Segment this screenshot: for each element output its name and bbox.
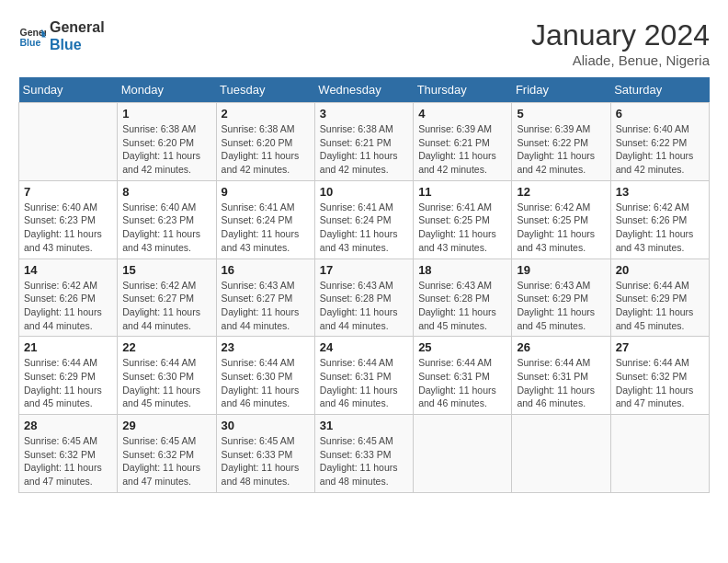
cell-info: Sunrise: 6:38 AMSunset: 6:21 PMDaylight:… [320, 122, 408, 177]
header-wednesday: Wednesday [314, 77, 413, 103]
day-number: 14 [24, 263, 112, 277]
week-row-2: 14Sunrise: 6:42 AMSunset: 6:26 PMDayligh… [19, 259, 710, 337]
calendar-cell: 16Sunrise: 6:43 AMSunset: 6:27 PMDayligh… [216, 259, 314, 337]
calendar-cell [610, 415, 709, 493]
calendar-cell: 10Sunrise: 6:41 AMSunset: 6:24 PMDayligh… [314, 180, 413, 259]
cell-info: Sunrise: 6:40 AMSunset: 6:23 PMDaylight:… [24, 201, 112, 255]
calendar-cell: 14Sunrise: 6:42 AMSunset: 6:26 PMDayligh… [19, 259, 118, 337]
cell-info: Sunrise: 6:38 AMSunset: 6:20 PMDaylight:… [122, 122, 210, 177]
logo-general: General [50, 18, 105, 36]
calendar-cell: 26Sunrise: 6:44 AMSunset: 6:31 PMDayligh… [512, 337, 610, 415]
cell-info: Sunrise: 6:41 AMSunset: 6:24 PMDaylight:… [222, 201, 310, 255]
svg-text:Blue: Blue [20, 37, 41, 48]
cell-info: Sunrise: 6:41 AMSunset: 6:24 PMDaylight:… [320, 201, 408, 255]
day-number: 22 [122, 340, 210, 354]
day-number: 27 [616, 340, 704, 354]
day-number: 13 [616, 185, 704, 199]
cell-info: Sunrise: 6:44 AMSunset: 6:31 PMDaylight:… [320, 356, 408, 410]
day-number: 10 [320, 185, 408, 199]
month-title: January 2024 [531, 18, 710, 52]
calendar-cell: 2Sunrise: 6:38 AMSunset: 6:20 PMDaylight… [216, 103, 314, 181]
calendar-cell: 31Sunrise: 6:45 AMSunset: 6:33 PMDayligh… [314, 415, 413, 493]
header-monday: Monday [118, 77, 216, 103]
calendar-cell [19, 103, 118, 181]
day-number: 9 [222, 185, 310, 199]
day-number: 16 [222, 263, 310, 277]
day-number: 11 [418, 185, 506, 199]
header-sunday: Sunday [19, 77, 118, 103]
week-row-1: 7Sunrise: 6:40 AMSunset: 6:23 PMDaylight… [19, 180, 710, 259]
day-number: 1 [122, 107, 210, 121]
day-number: 15 [122, 263, 210, 277]
cell-info: Sunrise: 6:39 AMSunset: 6:21 PMDaylight:… [418, 122, 506, 177]
day-number: 29 [122, 419, 210, 432]
day-number: 4 [418, 107, 506, 121]
calendar-cell: 15Sunrise: 6:42 AMSunset: 6:27 PMDayligh… [118, 259, 216, 337]
day-number: 12 [517, 185, 605, 199]
calendar-cell: 11Sunrise: 6:41 AMSunset: 6:25 PMDayligh… [414, 180, 512, 259]
day-number: 3 [320, 107, 408, 121]
cell-info: Sunrise: 6:44 AMSunset: 6:29 PMDaylight:… [24, 356, 112, 410]
cell-info: Sunrise: 6:42 AMSunset: 6:25 PMDaylight:… [517, 201, 605, 255]
day-number: 7 [24, 185, 112, 199]
cell-info: Sunrise: 6:44 AMSunset: 6:29 PMDaylight:… [616, 279, 704, 333]
calendar-cell: 17Sunrise: 6:43 AMSunset: 6:28 PMDayligh… [314, 259, 413, 337]
cell-info: Sunrise: 6:43 AMSunset: 6:27 PMDaylight:… [222, 279, 310, 333]
calendar-cell: 9Sunrise: 6:41 AMSunset: 6:24 PMDaylight… [216, 180, 314, 259]
day-number: 5 [517, 107, 605, 121]
cell-info: Sunrise: 6:38 AMSunset: 6:20 PMDaylight:… [222, 122, 310, 177]
calendar-cell: 22Sunrise: 6:44 AMSunset: 6:30 PMDayligh… [118, 337, 216, 415]
cell-info: Sunrise: 6:44 AMSunset: 6:30 PMDaylight:… [222, 356, 310, 410]
cell-info: Sunrise: 6:42 AMSunset: 6:27 PMDaylight:… [122, 279, 210, 333]
cell-info: Sunrise: 6:43 AMSunset: 6:28 PMDaylight:… [418, 279, 506, 333]
calendar-cell: 12Sunrise: 6:42 AMSunset: 6:25 PMDayligh… [512, 180, 610, 259]
calendar-cell: 29Sunrise: 6:45 AMSunset: 6:32 PMDayligh… [118, 415, 216, 493]
cell-info: Sunrise: 6:44 AMSunset: 6:30 PMDaylight:… [122, 356, 210, 410]
header-thursday: Thursday [414, 77, 512, 103]
day-number: 28 [24, 419, 112, 432]
week-row-0: 1Sunrise: 6:38 AMSunset: 6:20 PMDaylight… [19, 103, 710, 181]
calendar-cell [414, 415, 512, 493]
calendar-cell: 28Sunrise: 6:45 AMSunset: 6:32 PMDayligh… [19, 415, 118, 493]
calendar-cell: 8Sunrise: 6:40 AMSunset: 6:23 PMDaylight… [118, 180, 216, 259]
calendar-cell: 1Sunrise: 6:38 AMSunset: 6:20 PMDaylight… [118, 103, 216, 181]
calendar-cell: 18Sunrise: 6:43 AMSunset: 6:28 PMDayligh… [414, 259, 512, 337]
calendar-cell: 13Sunrise: 6:42 AMSunset: 6:26 PMDayligh… [610, 180, 709, 259]
day-number: 8 [122, 185, 210, 199]
cell-info: Sunrise: 6:45 AMSunset: 6:33 PMDaylight:… [320, 434, 408, 488]
week-row-4: 28Sunrise: 6:45 AMSunset: 6:32 PMDayligh… [19, 415, 710, 493]
cell-info: Sunrise: 6:41 AMSunset: 6:25 PMDaylight:… [418, 201, 506, 255]
cell-info: Sunrise: 6:44 AMSunset: 6:31 PMDaylight:… [418, 356, 506, 410]
cell-info: Sunrise: 6:42 AMSunset: 6:26 PMDaylight:… [616, 201, 704, 255]
day-number: 18 [418, 263, 506, 277]
header-saturday: Saturday [610, 77, 709, 103]
header-tuesday: Tuesday [216, 77, 314, 103]
day-number: 26 [517, 340, 605, 354]
cell-info: Sunrise: 6:43 AMSunset: 6:29 PMDaylight:… [517, 279, 605, 333]
cell-info: Sunrise: 6:43 AMSunset: 6:28 PMDaylight:… [320, 279, 408, 333]
calendar-cell: 25Sunrise: 6:44 AMSunset: 6:31 PMDayligh… [414, 337, 512, 415]
calendar-cell: 24Sunrise: 6:44 AMSunset: 6:31 PMDayligh… [314, 337, 413, 415]
calendar-cell [512, 415, 610, 493]
logo-icon: General Blue [18, 22, 46, 50]
calendar-cell: 30Sunrise: 6:45 AMSunset: 6:33 PMDayligh… [216, 415, 314, 493]
header-friday: Friday [512, 77, 610, 103]
cell-info: Sunrise: 6:45 AMSunset: 6:32 PMDaylight:… [122, 434, 210, 488]
calendar-table: SundayMondayTuesdayWednesdayThursdayFrid… [18, 77, 710, 493]
logo: General Blue General Blue [18, 18, 105, 53]
calendar-cell: 5Sunrise: 6:39 AMSunset: 6:22 PMDaylight… [512, 103, 610, 181]
day-number: 20 [616, 263, 704, 277]
day-number: 30 [222, 419, 310, 432]
calendar-cell: 23Sunrise: 6:44 AMSunset: 6:30 PMDayligh… [216, 337, 314, 415]
cell-info: Sunrise: 6:42 AMSunset: 6:26 PMDaylight:… [24, 279, 112, 333]
day-number: 2 [222, 107, 310, 121]
day-number: 6 [616, 107, 704, 121]
title-block: January 2024 Aliade, Benue, Nigeria [531, 18, 710, 68]
calendar-cell: 4Sunrise: 6:39 AMSunset: 6:21 PMDaylight… [414, 103, 512, 181]
week-row-3: 21Sunrise: 6:44 AMSunset: 6:29 PMDayligh… [19, 337, 710, 415]
calendar-cell: 27Sunrise: 6:44 AMSunset: 6:32 PMDayligh… [610, 337, 709, 415]
day-number: 31 [320, 419, 408, 432]
day-number: 17 [320, 263, 408, 277]
calendar-cell: 3Sunrise: 6:38 AMSunset: 6:21 PMDaylight… [314, 103, 413, 181]
calendar-header-row: SundayMondayTuesdayWednesdayThursdayFrid… [19, 77, 710, 103]
